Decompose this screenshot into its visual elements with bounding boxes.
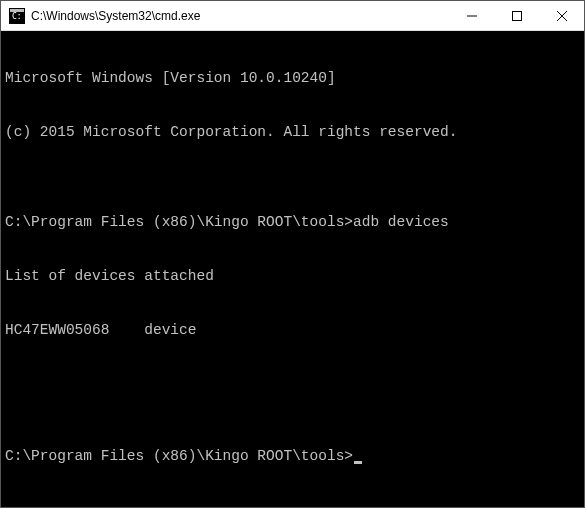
terminal-cursor (354, 461, 362, 464)
terminal-line: HC47EWW05068 device (5, 321, 580, 339)
terminal-output[interactable]: Microsoft Windows [Version 10.0.10240] (… (1, 31, 584, 507)
titlebar[interactable]: C: C:\Windows\System32\cmd.exe (1, 1, 584, 31)
terminal-prompt-line: C:\Program Files (x86)\Kingo ROOT\tools> (5, 447, 580, 465)
close-button[interactable] (539, 1, 584, 30)
terminal-prompt: C:\Program Files (x86)\Kingo ROOT\tools> (5, 448, 353, 464)
maximize-button[interactable] (494, 1, 539, 30)
svg-text:C:: C: (12, 12, 22, 21)
cmd-window: C: C:\Windows\System32\cmd.exe Microsoft… (0, 0, 585, 508)
cmd-icon: C: (9, 8, 25, 24)
window-controls (449, 1, 584, 30)
svg-rect-4 (512, 11, 521, 20)
terminal-line: List of devices attached (5, 267, 580, 285)
terminal-line: (c) 2015 Microsoft Corporation. All righ… (5, 123, 580, 141)
minimize-button[interactable] (449, 1, 494, 30)
window-title: C:\Windows\System32\cmd.exe (31, 9, 449, 23)
terminal-line: Microsoft Windows [Version 10.0.10240] (5, 69, 580, 87)
terminal-line: C:\Program Files (x86)\Kingo ROOT\tools>… (5, 213, 580, 231)
